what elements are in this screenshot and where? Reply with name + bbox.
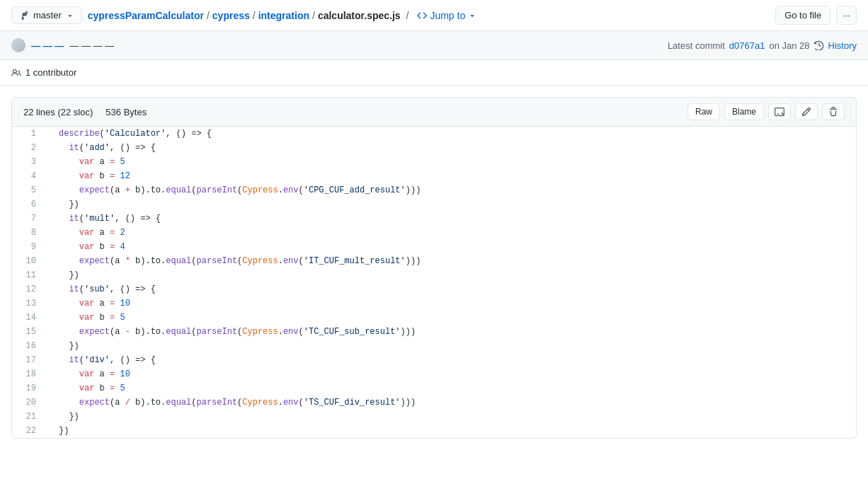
- raw-button[interactable]: Raw: [687, 103, 720, 120]
- history-clock-icon: [814, 40, 824, 50]
- table-row: 17 it('div', () => {: [12, 353, 856, 367]
- top-bar: master cypressParamCalculator / cypress …: [0, 0, 868, 31]
- breadcrumb: cypressParamCalculator / cypress / integ…: [88, 10, 770, 21]
- line-number: 12: [12, 282, 47, 296]
- line-number: 8: [12, 226, 47, 240]
- edit-button[interactable]: [795, 103, 818, 120]
- history-button[interactable]: History: [828, 40, 857, 51]
- table-row: 21 }): [12, 410, 856, 424]
- file-actions: Raw Blame: [687, 103, 845, 120]
- line-code: var a = 5: [47, 155, 856, 169]
- line-code: }): [47, 410, 856, 424]
- jump-to-label: Jump to: [430, 10, 465, 21]
- commit-right: Latest commit d0767a1 on Jan 28 History: [668, 40, 857, 51]
- blame-button[interactable]: Blame: [724, 103, 764, 120]
- table-row: 9 var b = 4: [12, 240, 856, 254]
- integration-link[interactable]: integration: [258, 10, 309, 21]
- line-number: 3: [12, 155, 47, 169]
- table-row: 14 var b = 5: [12, 311, 856, 325]
- latest-commit-label: Latest commit: [668, 40, 725, 51]
- line-code: }): [47, 339, 856, 353]
- line-number: 17: [12, 353, 47, 367]
- delete-button[interactable]: [822, 103, 845, 120]
- commit-date: on Jan 28: [769, 40, 809, 51]
- table-row: 2 it('add', () => {: [12, 141, 856, 155]
- line-code: }): [47, 424, 856, 438]
- commit-left: — — — — — — —: [11, 38, 114, 52]
- line-code: var a = 10: [47, 367, 856, 381]
- lines-label: 22 lines (22 sloc): [23, 107, 93, 117]
- line-code: it('add', () => {: [47, 141, 856, 155]
- line-number: 11: [12, 268, 47, 282]
- chevron-down-icon: [66, 11, 74, 20]
- table-row: 6 }): [12, 197, 856, 212]
- line-number: 2: [12, 141, 47, 155]
- display-icon: [775, 107, 784, 117]
- size-label: 536 Bytes: [105, 107, 147, 117]
- line-code: expect(a * b).to.equal(parseInt(Cypress.…: [47, 254, 856, 268]
- more-dots: ···: [843, 10, 850, 21]
- table-row: 22 }): [12, 424, 856, 438]
- line-code: expect(a / b).to.equal(parseInt(Cypress.…: [47, 396, 856, 410]
- file-meta: 22 lines (22 sloc) 536 Bytes: [23, 107, 147, 117]
- table-row: 13 var a = 10: [12, 296, 856, 311]
- code-table: 1 describe('Calculator', () => { 2 it('a…: [12, 127, 856, 438]
- table-row: 16 }): [12, 339, 856, 353]
- repo-link[interactable]: cypressParamCalculator: [88, 10, 204, 21]
- code-container: 1 describe('Calculator', () => { 2 it('a…: [11, 127, 857, 439]
- line-number: 7: [12, 212, 47, 226]
- line-number: 9: [12, 240, 47, 254]
- line-code: var b = 5: [47, 381, 856, 396]
- line-number: 16: [12, 339, 47, 353]
- line-code: }): [47, 268, 856, 282]
- line-code: var b = 12: [47, 169, 856, 183]
- line-number: 14: [12, 311, 47, 325]
- contributor-bar: 1 contributor: [0, 60, 868, 86]
- cypress-link[interactable]: cypress: [212, 10, 250, 21]
- commit-hash[interactable]: d0767a1: [729, 40, 765, 51]
- avatar: [11, 38, 25, 52]
- line-number: 19: [12, 381, 47, 396]
- people-icon: [11, 68, 21, 78]
- table-row: 12 it('sub', () => {: [12, 282, 856, 296]
- go-to-file-button[interactable]: Go to file: [775, 6, 830, 25]
- line-number: 1: [12, 127, 47, 141]
- table-row: 4 var b = 12: [12, 169, 856, 183]
- line-code: it('mult', () => {: [47, 212, 856, 226]
- jump-to-button[interactable]: Jump to: [417, 10, 476, 21]
- line-number: 10: [12, 254, 47, 268]
- line-number: 20: [12, 396, 47, 410]
- code-icon: [417, 11, 427, 21]
- branch-label: master: [33, 10, 62, 21]
- table-row: 1 describe('Calculator', () => {: [12, 127, 856, 141]
- more-options-button[interactable]: ···: [836, 6, 857, 25]
- branch-selector[interactable]: master: [11, 6, 82, 24]
- table-row: 10 expect(a * b).to.equal(parseInt(Cypre…: [12, 254, 856, 268]
- table-row: 8 var a = 2: [12, 226, 856, 240]
- contributor-text: 1 contributor: [25, 67, 76, 78]
- line-number: 4: [12, 169, 47, 183]
- table-row: 15 expect(a - b).to.equal(parseInt(Cypre…: [12, 325, 856, 339]
- filename-label: calculator.spec.js: [318, 10, 401, 21]
- jump-chevron-icon: [468, 11, 476, 20]
- trash-icon: [828, 107, 838, 117]
- table-row: 20 expect(a / b).to.equal(parseInt(Cypre…: [12, 396, 856, 410]
- line-code: it('div', () => {: [47, 353, 856, 367]
- top-actions: Go to file ···: [775, 6, 857, 25]
- line-code: }): [47, 197, 856, 212]
- table-row: 5 expect(a + b).to.equal(parseInt(Cypres…: [12, 183, 856, 197]
- commit-message: — — — —: [69, 40, 114, 51]
- branch-icon: [19, 11, 29, 21]
- line-number: 13: [12, 296, 47, 311]
- commit-bar: — — — — — — — Latest commit d0767a1 on J…: [0, 31, 868, 60]
- line-code: it('sub', () => {: [47, 282, 856, 296]
- display-mode-button[interactable]: [768, 103, 791, 120]
- line-number: 18: [12, 367, 47, 381]
- commit-author[interactable]: — — —: [31, 40, 64, 51]
- line-code: expect(a - b).to.equal(parseInt(Cypress.…: [47, 325, 856, 339]
- line-code: var a = 2: [47, 226, 856, 240]
- table-row: 19 var b = 5: [12, 381, 856, 396]
- line-code: describe('Calculator', () => {: [47, 127, 856, 141]
- line-number: 21: [12, 410, 47, 424]
- line-number: 5: [12, 183, 47, 197]
